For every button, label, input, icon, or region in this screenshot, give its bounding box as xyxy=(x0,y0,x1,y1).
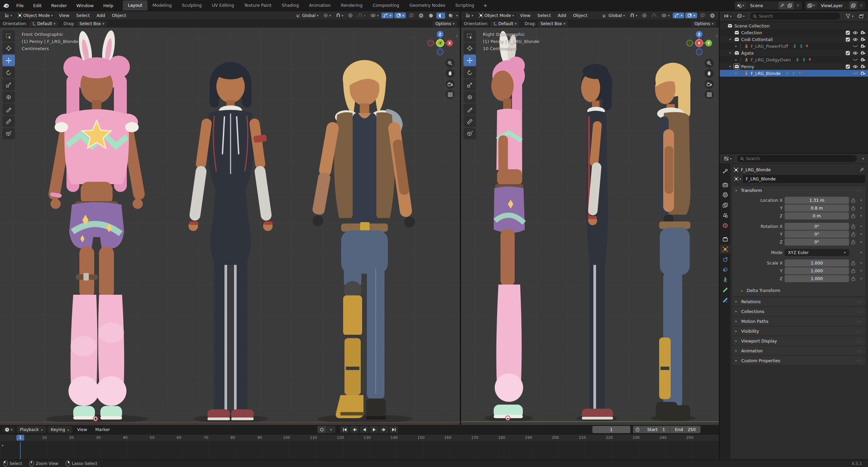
timeline-ruler[interactable]: 1 10203040506070809010011012013014015016… xyxy=(0,434,719,442)
transform-value-field[interactable]: 1.000 xyxy=(785,275,849,282)
disable-render-camera-icon[interactable] xyxy=(861,31,865,35)
workspace-tab[interactable]: Sculpting xyxy=(177,0,207,11)
jump-prev-keyframe-button[interactable] xyxy=(350,426,359,433)
rotate-tool[interactable] xyxy=(2,67,15,78)
panel-drag-handle[interactable]: :::: xyxy=(856,189,862,192)
tab-render[interactable] xyxy=(720,180,730,189)
hide-eye-icon[interactable] xyxy=(853,31,858,35)
new-collection-button[interactable] xyxy=(857,13,866,19)
disable-render-camera-icon[interactable] xyxy=(861,44,865,48)
measure-tool[interactable] xyxy=(463,116,476,127)
pan-hand-button[interactable] xyxy=(705,69,714,78)
shading-wireframe-button[interactable] xyxy=(417,13,426,19)
auto-keying-toggle[interactable] xyxy=(317,426,326,433)
properties-search-input[interactable] xyxy=(746,156,854,161)
transform-value-field[interactable]: 0° xyxy=(785,238,849,246)
disable-render-camera-icon[interactable] xyxy=(861,58,865,62)
lock-icon[interactable] xyxy=(851,276,858,281)
expand-chevron-icon[interactable] xyxy=(729,65,734,68)
timeline-menu[interactable]: Playback xyxy=(17,426,46,433)
menu-object[interactable]: Object xyxy=(570,12,590,19)
properties-panel-header[interactable]: ▸ Collections :::: xyxy=(732,307,865,316)
topbar-menu[interactable]: Edit xyxy=(29,2,46,9)
properties-panel-header[interactable]: ▸ Custom Properties :::: xyxy=(732,356,865,365)
ruler-tick[interactable]: 150 xyxy=(417,435,425,440)
ruler-tick[interactable]: 160 xyxy=(444,435,451,440)
exclude-checkbox[interactable] xyxy=(846,37,850,42)
ruler-tick[interactable]: 60 xyxy=(177,435,181,440)
new-scene-button[interactable] xyxy=(786,1,794,9)
hide-eye-icon[interactable] xyxy=(853,51,858,55)
zoom-button[interactable] xyxy=(705,59,714,68)
xray-toggle[interactable] xyxy=(698,13,707,18)
properties-panel-header[interactable]: ▸ Animation :::: xyxy=(732,346,865,355)
jump-next-keyframe-button[interactable] xyxy=(379,426,388,433)
outliner-row[interactable]: F_LRG_DodgyOven ▼ xyxy=(720,56,868,63)
jump-to-end-button[interactable] xyxy=(389,426,398,433)
move-tool[interactable] xyxy=(2,55,15,66)
lock-icon[interactable] xyxy=(851,206,858,211)
menu-select[interactable]: Select xyxy=(74,12,93,19)
drag-dropdown[interactable]: Select Box▾ xyxy=(77,21,107,26)
topbar-menu[interactable]: File xyxy=(12,2,28,9)
timeline-menu[interactable]: Keying xyxy=(47,426,73,433)
viewlayer-name[interactable]: ViewLayer xyxy=(817,3,849,8)
hidden-eye-closed-icon[interactable] xyxy=(853,58,858,61)
transform-value-field[interactable]: 0.8 m xyxy=(785,205,849,212)
animate-dot[interactable]: • xyxy=(860,232,864,237)
expand-chevron-icon[interactable] xyxy=(735,58,741,61)
select-box-tool[interactable] xyxy=(2,30,15,42)
workspace-tab[interactable]: Geometry Nodes xyxy=(405,0,450,11)
animate-dot[interactable]: • xyxy=(860,239,864,245)
ruler-tick[interactable]: 180 xyxy=(498,435,505,440)
3d-cursor[interactable] xyxy=(505,415,510,421)
viewport-canvas-front[interactable]: Front Orthographic (1) Penny | F_LRG_Blo… xyxy=(0,27,460,425)
ruler-tick[interactable]: 20 xyxy=(69,435,74,440)
properties-options-dropdown[interactable]: ▾ xyxy=(860,157,866,160)
proportional-editing-icon[interactable] xyxy=(346,13,355,18)
ruler-tick[interactable]: 50 xyxy=(150,435,155,440)
transform-value-field[interactable]: 0° xyxy=(785,231,849,238)
outliner-row[interactable]: Scene Collection ▼ xyxy=(720,22,868,29)
camera-view-button[interactable] xyxy=(446,80,455,89)
panel-drag-handle[interactable]: :::: xyxy=(856,349,862,353)
ruler-tick[interactable]: 170 xyxy=(471,435,478,440)
menu-object[interactable]: Object xyxy=(109,12,129,19)
rotate-tool[interactable] xyxy=(463,67,476,78)
snap-magnet-icon[interactable]: ▾ xyxy=(334,13,346,18)
jump-to-start-button[interactable] xyxy=(340,426,349,433)
move-tool[interactable] xyxy=(463,55,476,66)
characters-side-view[interactable] xyxy=(461,27,719,425)
menu-view[interactable]: View xyxy=(517,12,533,19)
ruler-tick[interactable]: 40 xyxy=(123,435,127,440)
workspace-tab[interactable]: Scripting xyxy=(450,0,479,11)
outliner-filter-mode[interactable]: ▾ xyxy=(735,13,747,19)
ruler-tick[interactable]: 110 xyxy=(310,435,317,440)
current-frame-field[interactable]: 1 xyxy=(592,426,630,433)
viewport-canvas-right[interactable]: Right Orthographic (1) Penny | F_LRG_Blo… xyxy=(461,27,719,425)
panel-drag-handle[interactable]: :::: xyxy=(856,319,862,323)
play-reverse-button[interactable] xyxy=(360,426,369,433)
exclude-checkbox[interactable] xyxy=(846,31,850,35)
timeline-channels[interactable]: ▸ xyxy=(0,442,719,459)
outliner-row[interactable]: Codi Cottontail ▼ xyxy=(720,36,868,43)
snap-magnet-icon[interactable]: ▾ xyxy=(628,13,639,18)
ruler-tick[interactable]: 10 xyxy=(42,435,47,440)
workspace-tab[interactable]: Compositing xyxy=(368,0,404,11)
ruler-tick[interactable]: 230 xyxy=(632,435,639,440)
animate-dot[interactable]: • xyxy=(860,276,864,281)
annotate-tool[interactable] xyxy=(463,103,476,115)
disable-render-camera-icon[interactable] xyxy=(861,51,865,55)
play-button[interactable] xyxy=(370,426,378,433)
outliner-row[interactable]: F_LRG_Blonde ▼ xyxy=(720,70,868,77)
tab-object[interactable] xyxy=(720,245,730,254)
tab-bone-constraint[interactable] xyxy=(720,295,730,305)
lock-icon[interactable] xyxy=(851,198,858,203)
cursor-tool[interactable] xyxy=(2,42,15,54)
ruler-tick[interactable]: 250 xyxy=(686,435,693,440)
orientation-dropdown[interactable]: Default▾ xyxy=(490,21,519,26)
playhead-current-frame[interactable]: 1 xyxy=(16,435,24,441)
properties-editor-type[interactable]: ▾ xyxy=(722,156,734,161)
outliner-item-label[interactable]: F_LRG_Blonde xyxy=(751,71,781,76)
tab-constraints[interactable] xyxy=(720,265,730,274)
